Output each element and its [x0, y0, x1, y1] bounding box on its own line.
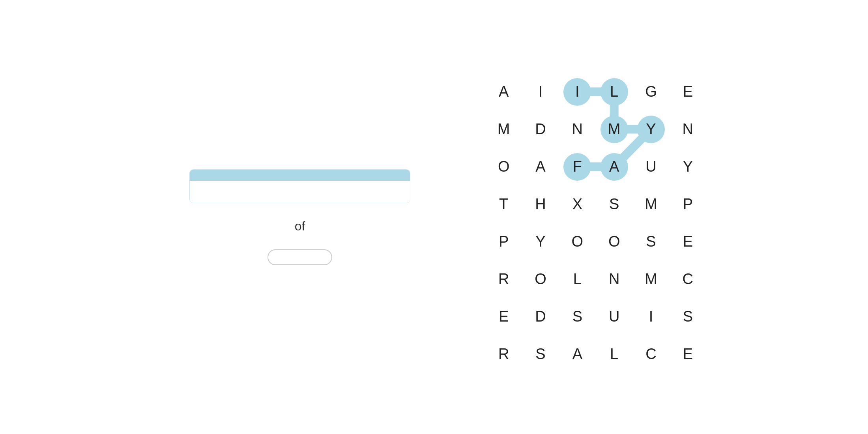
- theme-card: [189, 169, 410, 203]
- grid-cells: AIILGEMDNMYNOAFAUYTHXSMPPYOOSEROLNMCEDSU…: [485, 73, 706, 373]
- grid-cell-6-4[interactable]: I: [632, 298, 669, 335]
- grid-cell-3-5[interactable]: P: [670, 185, 706, 223]
- grid-cell-4-4[interactable]: S: [632, 223, 669, 260]
- grid-cell-5-0[interactable]: R: [485, 260, 522, 298]
- grid-cell-0-3[interactable]: L: [596, 73, 632, 110]
- grid-cell-0-5[interactable]: E: [670, 73, 706, 110]
- grid-cell-5-2[interactable]: L: [559, 260, 596, 298]
- grid-cell-2-3[interactable]: A: [596, 148, 632, 185]
- grid-cell-0-1[interactable]: I: [522, 73, 559, 110]
- grid-cell-6-1[interactable]: D: [522, 298, 559, 335]
- grid-cell-2-4[interactable]: U: [632, 148, 669, 185]
- grid-cell-2-0[interactable]: O: [485, 148, 522, 185]
- grid-cell-3-3[interactable]: S: [596, 185, 632, 223]
- grid-cell-2-5[interactable]: Y: [670, 148, 706, 185]
- grid-cell-1-0[interactable]: M: [485, 110, 522, 148]
- found-of: of: [295, 219, 305, 233]
- grid-cell-6-0[interactable]: E: [485, 298, 522, 335]
- grid-cell-7-1[interactable]: S: [522, 335, 559, 373]
- grid-cell-6-2[interactable]: S: [559, 298, 596, 335]
- grid-cell-3-4[interactable]: M: [632, 185, 669, 223]
- grid-cell-1-1[interactable]: D: [522, 110, 559, 148]
- left-panel: of: [162, 169, 438, 265]
- grid-cell-4-0[interactable]: P: [485, 223, 522, 260]
- grid-cell-4-1[interactable]: Y: [522, 223, 559, 260]
- grid-cell-4-2[interactable]: O: [559, 223, 596, 260]
- grid-cell-5-3[interactable]: N: [596, 260, 632, 298]
- found-text: of: [295, 219, 305, 234]
- grid-cell-4-3[interactable]: O: [596, 223, 632, 260]
- grid-cell-5-1[interactable]: O: [522, 260, 559, 298]
- grid-cell-2-1[interactable]: A: [522, 148, 559, 185]
- grid-cell-7-3[interactable]: L: [596, 335, 632, 373]
- grid-cell-3-1[interactable]: H: [522, 185, 559, 223]
- grid-cell-2-2[interactable]: F: [559, 148, 596, 185]
- grid-cell-3-2[interactable]: X: [559, 185, 596, 223]
- hint-button[interactable]: [268, 249, 332, 265]
- grid-cell-7-5[interactable]: E: [670, 335, 706, 373]
- word-grid[interactable]: AIILGEMDNMYNOAFAUYTHXSMPPYOOSEROLNMCEDSU…: [485, 73, 706, 373]
- grid-cell-7-0[interactable]: R: [485, 335, 522, 373]
- grid-cell-3-0[interactable]: T: [485, 185, 522, 223]
- grid-cell-0-2[interactable]: I: [559, 73, 596, 110]
- grid-cell-5-5[interactable]: C: [670, 260, 706, 298]
- grid-cell-0-0[interactable]: A: [485, 73, 522, 110]
- grid-cell-0-4[interactable]: G: [632, 73, 669, 110]
- grid-cell-6-5[interactable]: S: [670, 298, 706, 335]
- grid-cell-1-4[interactable]: Y: [632, 110, 669, 148]
- grid-cell-6-3[interactable]: U: [596, 298, 632, 335]
- right-panel: AIILGEMDNMYNOAFAUYTHXSMPPYOOSEROLNMCEDSU…: [485, 61, 706, 373]
- grid-cell-4-5[interactable]: E: [670, 223, 706, 260]
- grid-cell-1-2[interactable]: N: [559, 110, 596, 148]
- grid-cell-7-2[interactable]: A: [559, 335, 596, 373]
- theme-card-header: [190, 170, 410, 181]
- main-container: of AIILGEMDNMYNOAFAUYTHXSMPPYOOSEROLNMCE…: [0, 0, 868, 434]
- grid-cell-7-4[interactable]: C: [632, 335, 669, 373]
- grid-cell-1-3[interactable]: M: [596, 110, 632, 148]
- grid-cell-1-5[interactable]: N: [670, 110, 706, 148]
- theme-card-body: [190, 181, 410, 203]
- grid-cell-5-4[interactable]: M: [632, 260, 669, 298]
